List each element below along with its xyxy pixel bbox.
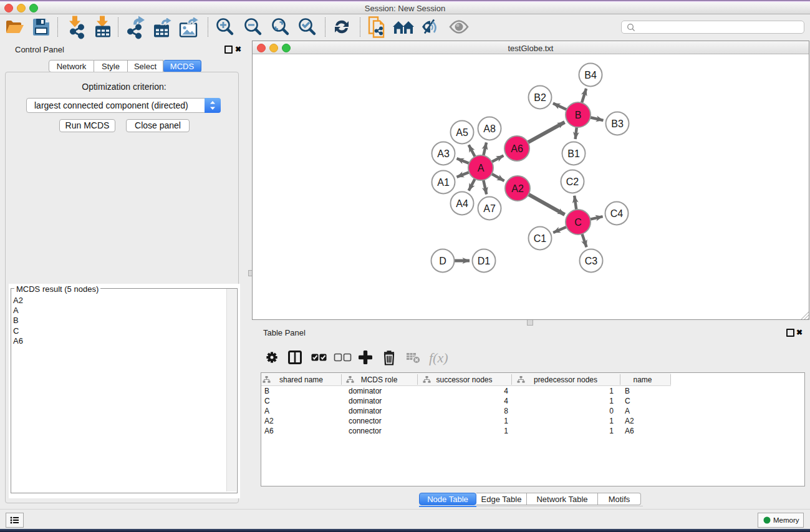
svg-text:A1: A1 (437, 177, 450, 188)
svg-text:A4: A4 (456, 198, 468, 209)
svg-text:f(x): f(x) (429, 350, 448, 365)
svg-text:A6: A6 (511, 143, 523, 154)
svg-text:A8: A8 (483, 123, 496, 134)
svg-text:C1: C1 (534, 233, 547, 244)
svg-text:C2: C2 (566, 177, 579, 187)
svg-text:B: B (575, 110, 582, 120)
svg-text:A2: A2 (511, 183, 524, 194)
svg-text:A3: A3 (437, 148, 450, 159)
svg-text:B2: B2 (534, 92, 546, 103)
svg-text:C3: C3 (585, 256, 598, 266)
svg-text:D1: D1 (478, 256, 491, 266)
svg-text:C: C (574, 217, 582, 228)
svg-text:D: D (439, 256, 446, 266)
svg-text:A5: A5 (456, 127, 468, 138)
svg-text:B4: B4 (584, 70, 597, 80)
svg-text:A: A (478, 163, 485, 173)
svg-text:B1: B1 (567, 148, 580, 159)
svg-text:A7: A7 (483, 203, 496, 214)
svg-text:C4: C4 (610, 208, 624, 219)
svg-text:B3: B3 (611, 118, 624, 129)
